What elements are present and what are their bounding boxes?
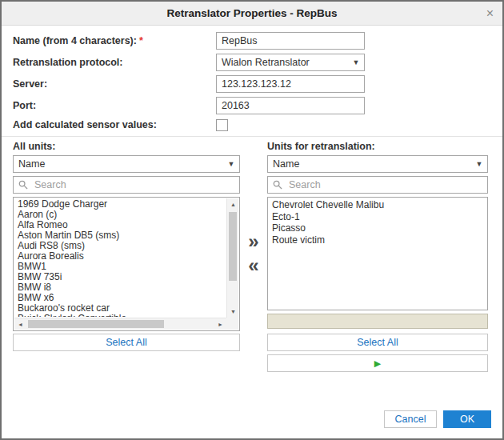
vertical-scrollbar-thumb[interactable] bbox=[229, 212, 237, 281]
retranslation-state-bar bbox=[267, 314, 488, 329]
dialog-titlebar: Retranslator Properties - RepBus × bbox=[2, 2, 502, 26]
move-left-icon[interactable]: « bbox=[248, 256, 258, 275]
search-icon bbox=[18, 180, 28, 190]
transfer-controls: » « bbox=[240, 232, 267, 275]
sensor-values-checkbox[interactable] bbox=[216, 119, 228, 131]
search-icon bbox=[273, 180, 282, 190]
port-label: Port: bbox=[13, 97, 36, 114]
all-units-select-all-button[interactable]: Select All bbox=[13, 334, 240, 351]
retranslation-units-list-items: Chevrolet Chevelle MalibuEcto-1PicassoRo… bbox=[270, 199, 486, 308]
horizontal-scrollbar-thumb[interactable] bbox=[28, 320, 164, 328]
all-units-list: 1969 Dodge ChargerAaron (c)Alfa RomeoAst… bbox=[13, 197, 240, 331]
chevron-down-icon: ▼ bbox=[223, 160, 239, 168]
server-label: Server: bbox=[13, 75, 47, 93]
retranslation-units-search bbox=[267, 176, 488, 194]
chevron-down-icon: ▼ bbox=[471, 160, 487, 168]
name-label-text: Name (from 4 characters): bbox=[13, 35, 137, 46]
scrollbar-corner bbox=[226, 318, 238, 330]
start-retranslation-button[interactable]: ▶ bbox=[267, 354, 488, 372]
form-divider bbox=[2, 136, 502, 137]
all-units-title: All units: bbox=[13, 141, 55, 152]
list-item[interactable]: Ecto-1 bbox=[270, 211, 486, 223]
list-item[interactable]: Route victim bbox=[270, 234, 486, 246]
close-icon[interactable]: × bbox=[486, 7, 494, 20]
list-item[interactable]: Buick Skylark Convertible bbox=[15, 314, 226, 317]
list-item[interactable]: Chevrolet Chevelle Malibu bbox=[270, 199, 486, 211]
retranslation-select-all-button[interactable]: Select All bbox=[267, 334, 488, 351]
port-field[interactable] bbox=[216, 97, 365, 114]
scroll-left-icon[interactable]: ◄ bbox=[14, 318, 26, 330]
play-icon: ▶ bbox=[374, 359, 381, 368]
retranslation-units-search-input[interactable] bbox=[287, 178, 482, 191]
scroll-right-icon[interactable]: ► bbox=[214, 318, 226, 330]
protocol-label: Retranslation protocol: bbox=[13, 54, 123, 71]
all-units-sort-select[interactable]: Name ▼ bbox=[13, 155, 240, 173]
cancel-button[interactable]: Cancel bbox=[384, 410, 437, 428]
list-item[interactable]: Aurora Borealis bbox=[15, 251, 226, 262]
scroll-up-icon[interactable]: ▲ bbox=[227, 198, 239, 210]
list-item[interactable]: Picasso bbox=[270, 222, 486, 234]
scroll-down-icon[interactable]: ▼ bbox=[227, 306, 239, 318]
required-asterisk: * bbox=[139, 35, 143, 46]
protocol-selected-value: Wialon Retranslator bbox=[217, 57, 348, 68]
horizontal-scrollbar[interactable]: ◄ ► bbox=[14, 318, 226, 330]
all-units-list-items: 1969 Dodge ChargerAaron (c)Alfa RomeoAst… bbox=[15, 199, 226, 317]
move-right-icon[interactable]: » bbox=[248, 232, 258, 251]
server-field[interactable] bbox=[216, 75, 365, 93]
ok-button[interactable]: OK bbox=[443, 410, 491, 428]
chevron-down-icon: ▼ bbox=[348, 58, 364, 66]
vertical-scrollbar[interactable]: ▲ ▼ bbox=[226, 198, 238, 318]
retranslation-units-sort-value: Name bbox=[268, 158, 471, 170]
name-field[interactable] bbox=[216, 32, 365, 50]
dialog-title: Retranslator Properties - RepBus bbox=[166, 7, 337, 19]
name-label: Name (from 4 characters):* bbox=[13, 32, 143, 50]
retranslation-units-title: Units for retranslation: bbox=[267, 141, 375, 152]
protocol-select[interactable]: Wialon Retranslator ▼ bbox=[216, 54, 365, 71]
retranslator-properties-dialog: Retranslator Properties - RepBus × Name … bbox=[0, 0, 504, 440]
retranslation-units-list: Chevrolet Chevelle MalibuEcto-1PicassoRo… bbox=[267, 197, 488, 310]
retranslation-units-sort-select[interactable]: Name ▼ bbox=[267, 155, 488, 173]
all-units-search bbox=[13, 176, 240, 194]
sensor-values-label: Add calculated sensor values: bbox=[13, 116, 157, 134]
all-units-search-input[interactable] bbox=[33, 178, 234, 191]
all-units-sort-value: Name bbox=[14, 158, 223, 170]
